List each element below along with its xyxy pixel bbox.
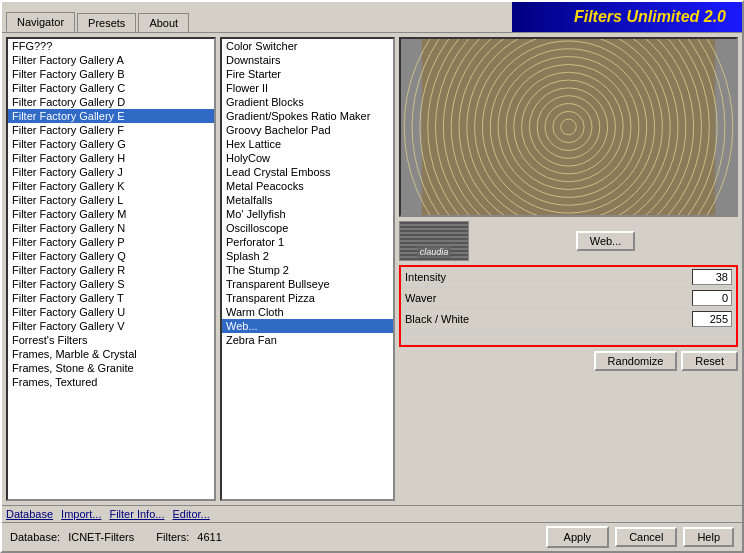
filter-list-item[interactable]: Flower II	[222, 81, 393, 95]
filter-list-item[interactable]: Groovy Bachelor Pad	[222, 123, 393, 137]
left-list-item[interactable]: Filter Factory Gallery E	[8, 109, 214, 123]
filter-list-item[interactable]: Transparent Bullseye	[222, 277, 393, 291]
filter-list-item[interactable]: Color Switcher	[222, 39, 393, 53]
filter-list-item[interactable]: Hex Lattice	[222, 137, 393, 151]
slider-label: Waver	[405, 292, 505, 304]
filters-label: Filters:	[156, 531, 189, 543]
filter-info-link[interactable]: Filter Info...	[109, 508, 164, 520]
slider-row: Intensity38	[401, 267, 736, 288]
left-list-item[interactable]: Forrest's Filters	[8, 333, 214, 347]
filter-list-item[interactable]: Downstairs	[222, 53, 393, 67]
left-list-item[interactable]: Filter Factory Gallery M	[8, 207, 214, 221]
thumbnail-label: claudia	[417, 246, 452, 258]
slider-value[interactable]: 255	[692, 311, 732, 327]
left-list-item[interactable]: Filter Factory Gallery T	[8, 291, 214, 305]
left-list-item[interactable]: Filter Factory Gallery F	[8, 123, 214, 137]
filter-list-item[interactable]: Zebra Fan	[222, 333, 393, 347]
left-list-item[interactable]: Filter Factory Gallery P	[8, 235, 214, 249]
left-list-item[interactable]: Filter Factory Gallery B	[8, 67, 214, 81]
filter-list[interactable]: Color SwitcherDownstairsFire StarterFlow…	[220, 37, 395, 501]
cancel-button[interactable]: Cancel	[615, 527, 677, 547]
filter-list-item[interactable]: Mo' Jellyfish	[222, 207, 393, 221]
sliders-table: Intensity38Waver0Black / White255	[399, 265, 738, 347]
filter-list-item[interactable]: HolyCow	[222, 151, 393, 165]
app-title: Filters Unlimited 2.0	[574, 8, 726, 26]
randomize-reset: Randomize Reset	[399, 351, 738, 371]
left-list-item[interactable]: Filter Factory Gallery L	[8, 193, 214, 207]
slider-row	[401, 340, 736, 345]
randomize-button[interactable]: Randomize	[594, 351, 678, 371]
status-bar: Database: ICNET-Filters Filters: 4611 Ap…	[2, 522, 742, 551]
tab-presets[interactable]: Presets	[77, 13, 136, 32]
filter-list-item[interactable]: Metal Peacocks	[222, 179, 393, 193]
filter-list-item[interactable]: Lead Crystal Emboss	[222, 165, 393, 179]
thumbnail: claudia	[399, 221, 469, 261]
left-list-item[interactable]: Filter Factory Gallery G	[8, 137, 214, 151]
filter-list-item[interactable]: Web...	[222, 319, 393, 333]
left-list-item[interactable]: Filter Factory Gallery A	[8, 53, 214, 67]
web-button[interactable]: Web...	[576, 231, 636, 251]
filter-list-item[interactable]: Gradient Blocks	[222, 95, 393, 109]
filter-list-item[interactable]: Metalfalls	[222, 193, 393, 207]
title-banner: Filters Unlimited 2.0	[512, 2, 742, 32]
left-list-item[interactable]: Frames, Marble & Crystal	[8, 347, 214, 361]
slider-value[interactable]: 38	[692, 269, 732, 285]
left-list-item[interactable]: Filter Factory Gallery U	[8, 305, 214, 319]
web-button-container: Web...	[473, 231, 738, 251]
preview-svg	[401, 39, 736, 215]
slider-row: Black / White255	[401, 309, 736, 330]
main-window: Navigator Presets About Filters Unlimite…	[0, 0, 744, 553]
apply-button[interactable]: Apply	[546, 526, 610, 548]
main-content: FFG???Filter Factory Gallery AFilter Fac…	[2, 33, 742, 505]
import-link[interactable]: Import...	[61, 508, 101, 520]
left-list-item[interactable]: Filter Factory Gallery R	[8, 263, 214, 277]
category-list[interactable]: FFG???Filter Factory Gallery AFilter Fac…	[6, 37, 216, 501]
filter-list-item[interactable]: Oscilloscope	[222, 221, 393, 235]
tab-about[interactable]: About	[138, 13, 189, 32]
filter-list-item[interactable]: Warm Cloth	[222, 305, 393, 319]
tabs-bar: Navigator Presets About	[2, 2, 512, 32]
database-value: ICNET-Filters	[68, 531, 134, 543]
database-label: Database:	[10, 531, 60, 543]
header: Navigator Presets About Filters Unlimite…	[2, 2, 742, 33]
apply-area: Apply Cancel Help	[546, 526, 734, 548]
slider-label: Intensity	[405, 271, 505, 283]
controls-row: claudia Web...	[399, 221, 738, 261]
filter-list-item[interactable]: Transparent Pizza	[222, 291, 393, 305]
left-list-item[interactable]: Frames, Stone & Granite	[8, 361, 214, 375]
filters-value: 4611	[197, 531, 221, 543]
left-list-item[interactable]: Filter Factory Gallery N	[8, 221, 214, 235]
reset-button[interactable]: Reset	[681, 351, 738, 371]
filter-list-item[interactable]: Splash 2	[222, 249, 393, 263]
left-list-item[interactable]: Filter Factory Gallery V	[8, 319, 214, 333]
database-link[interactable]: Database	[6, 508, 53, 520]
left-list-item[interactable]: FFG???	[8, 39, 214, 53]
filter-list-item[interactable]: Gradient/Spokes Ratio Maker	[222, 109, 393, 123]
left-list-item[interactable]: Filter Factory Gallery Q	[8, 249, 214, 263]
slider-row: Waver0	[401, 288, 736, 309]
left-list-item[interactable]: Filter Factory Gallery C	[8, 81, 214, 95]
left-list-item[interactable]: Frames, Textured	[8, 375, 214, 389]
filter-list-item[interactable]: Perforator 1	[222, 235, 393, 249]
bottom-controls: Database Import... Filter Info... Editor…	[2, 505, 742, 522]
help-button[interactable]: Help	[683, 527, 734, 547]
tab-navigator[interactable]: Navigator	[6, 12, 75, 32]
filter-list-item[interactable]: Fire Starter	[222, 67, 393, 81]
left-list-item[interactable]: Filter Factory Gallery K	[8, 179, 214, 193]
right-panel: claudia Web... Intensity38Waver0Black / …	[399, 37, 738, 501]
slider-label: Black / White	[405, 313, 505, 325]
left-list-item[interactable]: Filter Factory Gallery J	[8, 165, 214, 179]
left-list-item[interactable]: Filter Factory Gallery H	[8, 151, 214, 165]
preview-area	[399, 37, 738, 217]
left-list-item[interactable]: Filter Factory Gallery D	[8, 95, 214, 109]
editor-link[interactable]: Editor...	[172, 508, 209, 520]
svg-rect-0	[422, 39, 715, 215]
filter-list-item[interactable]: The Stump 2	[222, 263, 393, 277]
slider-value[interactable]: 0	[692, 290, 732, 306]
left-list-item[interactable]: Filter Factory Gallery S	[8, 277, 214, 291]
